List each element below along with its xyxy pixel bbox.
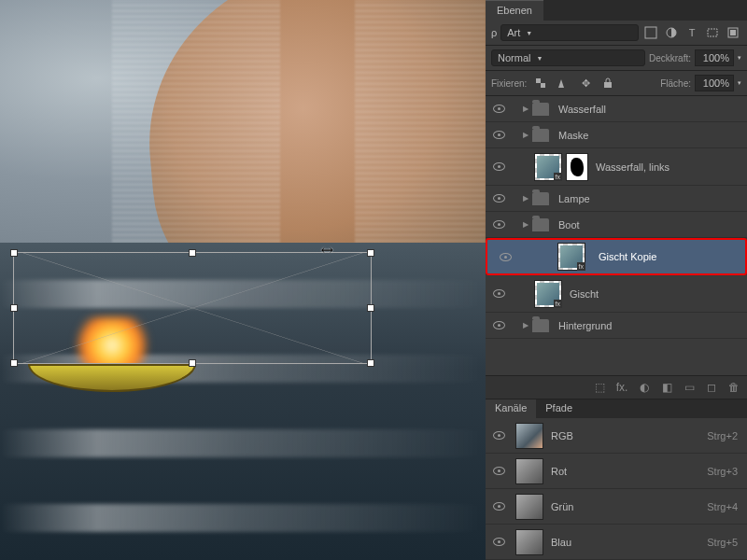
- filter-label: Art: [507, 27, 520, 38]
- layer-filter-bar: ρ Art ▼ T: [486, 21, 747, 46]
- lock-fill-bar: Fixieren: ✥ Fläche: 100% ▾: [486, 71, 747, 96]
- trash-icon[interactable]: 🗑: [726, 380, 741, 395]
- svg-rect-7: [604, 82, 612, 88]
- channel-shortcut: Strg+3: [707, 466, 747, 477]
- link-icon[interactable]: ⬚: [592, 380, 607, 395]
- visibility-toggle[interactable]: [486, 467, 512, 475]
- eye-icon: [493, 502, 505, 511]
- layer-row[interactable]: ▶Lampe: [486, 186, 747, 212]
- layer-row[interactable]: ▶Wasserfall: [486, 96, 747, 122]
- layer-name[interactable]: Hintergrund: [555, 320, 747, 331]
- eye-icon: [493, 289, 505, 298]
- filter-shape-icon[interactable]: [704, 24, 721, 41]
- transform-handle[interactable]: [189, 249, 196, 257]
- chevron-down-icon[interactable]: ▾: [738, 54, 741, 62]
- transform-handle[interactable]: [367, 249, 374, 257]
- layers-list: ▶Wasserfall▶MaskefxWasserfall, links▶Lam…: [486, 96, 747, 375]
- channels-list: RGBStrg+2RotStrg+3GrünStrg+4BlauStrg+5: [486, 418, 747, 560]
- layer-row[interactable]: ▶Maske: [486, 122, 747, 148]
- lock-position-icon[interactable]: ✥: [577, 75, 594, 91]
- transform-handle[interactable]: [367, 304, 374, 312]
- layer-name[interactable]: Gischt: [566, 288, 747, 300]
- filter-pixel-icon[interactable]: [642, 24, 659, 41]
- svg-rect-0: [645, 27, 656, 38]
- layer-row[interactable]: ▶Hintergrund: [486, 313, 747, 339]
- layer-row[interactable]: fxGischt Kopie: [486, 238, 747, 275]
- layer-name[interactable]: Gischt Kopie: [595, 251, 740, 262]
- expand-arrow-icon[interactable]: ▶: [523, 220, 532, 229]
- free-transform-box[interactable]: [13, 252, 372, 364]
- transform-handle[interactable]: [10, 304, 18, 312]
- folder-icon: [532, 192, 549, 205]
- lock-all-icon[interactable]: [599, 75, 616, 91]
- visibility-toggle[interactable]: [486, 431, 512, 440]
- visibility-toggle[interactable]: [486, 321, 512, 329]
- opacity-input[interactable]: 100%: [695, 49, 734, 66]
- expand-arrow-icon[interactable]: ▶: [523, 105, 532, 113]
- channel-row[interactable]: GrünStrg+4: [486, 489, 747, 525]
- fill-input[interactable]: 100%: [695, 75, 734, 91]
- channel-thumbnail: [515, 529, 543, 555]
- transform-handle[interactable]: [10, 249, 18, 257]
- layer-name[interactable]: Wasserfall: [555, 104, 747, 115]
- expand-arrow-icon[interactable]: ▶: [523, 321, 532, 329]
- layer-row[interactable]: fxWasserfall, links: [486, 148, 747, 186]
- fill-label: Fläche:: [660, 78, 691, 89]
- channel-row[interactable]: BlauStrg+5: [486, 525, 747, 560]
- svg-rect-2: [708, 29, 717, 36]
- channel-name: Rot: [551, 466, 707, 477]
- folder-icon: [532, 103, 549, 116]
- layer-row[interactable]: fxGischt: [486, 275, 747, 313]
- layer-thumbnail[interactable]: fx: [534, 153, 562, 181]
- eye-icon: [500, 253, 512, 261]
- adjustment-icon[interactable]: ◧: [659, 380, 674, 395]
- layer-name[interactable]: Wasserfall, links: [592, 161, 747, 173]
- visibility-toggle[interactable]: [486, 502, 512, 511]
- transform-handle[interactable]: [10, 359, 18, 367]
- tab-layers[interactable]: Ebenen: [486, 0, 543, 21]
- svg-rect-6: [541, 83, 545, 88]
- layer-mask-thumbnail[interactable]: [566, 153, 588, 181]
- visibility-toggle[interactable]: [492, 253, 518, 261]
- visibility-toggle[interactable]: [486, 105, 512, 113]
- channel-thumbnail: [515, 494, 543, 520]
- tab-paths[interactable]: Pfade: [536, 399, 582, 418]
- filter-adjust-icon[interactable]: [663, 24, 680, 41]
- channel-shortcut: Strg+2: [707, 430, 747, 441]
- filter-type-icon[interactable]: T: [684, 24, 700, 41]
- chevron-down-icon[interactable]: ▾: [738, 79, 741, 87]
- visibility-toggle[interactable]: [486, 220, 512, 229]
- fx-icon[interactable]: fx.: [614, 380, 629, 395]
- layer-name[interactable]: Lampe: [555, 193, 747, 204]
- layer-name[interactable]: Maske: [555, 130, 747, 141]
- group-icon[interactable]: ▭: [682, 380, 697, 395]
- expand-arrow-icon[interactable]: ▶: [523, 194, 532, 203]
- eye-icon: [493, 194, 505, 203]
- visibility-toggle[interactable]: [486, 194, 512, 203]
- expand-arrow-icon[interactable]: ▶: [523, 131, 532, 139]
- lock-pixels-icon[interactable]: [555, 75, 571, 91]
- blend-mode-select[interactable]: Normal ▼: [491, 49, 645, 66]
- lock-transparency-icon[interactable]: [532, 75, 549, 91]
- visibility-toggle[interactable]: [486, 131, 512, 139]
- channel-row[interactable]: RotStrg+3: [486, 454, 747, 489]
- layer-name[interactable]: Boot: [555, 219, 747, 231]
- boat-hull: [28, 364, 196, 392]
- visibility-toggle[interactable]: [486, 289, 512, 298]
- wave: [0, 429, 486, 457]
- svg-rect-4: [730, 30, 736, 35]
- visibility-toggle[interactable]: [486, 162, 512, 171]
- transform-handle[interactable]: [189, 359, 196, 367]
- layer-filter-type[interactable]: Art ▼: [500, 24, 639, 41]
- layer-thumbnail[interactable]: fx: [534, 280, 562, 308]
- filter-smart-icon[interactable]: [725, 24, 741, 41]
- layer-row[interactable]: ▶Boot: [486, 212, 747, 238]
- canvas-viewport[interactable]: ⤢: [0, 0, 486, 560]
- visibility-toggle[interactable]: [486, 538, 512, 546]
- channel-row[interactable]: RGBStrg+2: [486, 418, 747, 454]
- mask-icon[interactable]: ◐: [637, 380, 652, 395]
- transform-handle[interactable]: [367, 359, 374, 367]
- layer-thumbnail[interactable]: fx: [557, 243, 585, 271]
- new-layer-icon[interactable]: ◻: [704, 380, 719, 395]
- tab-channels[interactable]: Kanäle: [486, 399, 536, 418]
